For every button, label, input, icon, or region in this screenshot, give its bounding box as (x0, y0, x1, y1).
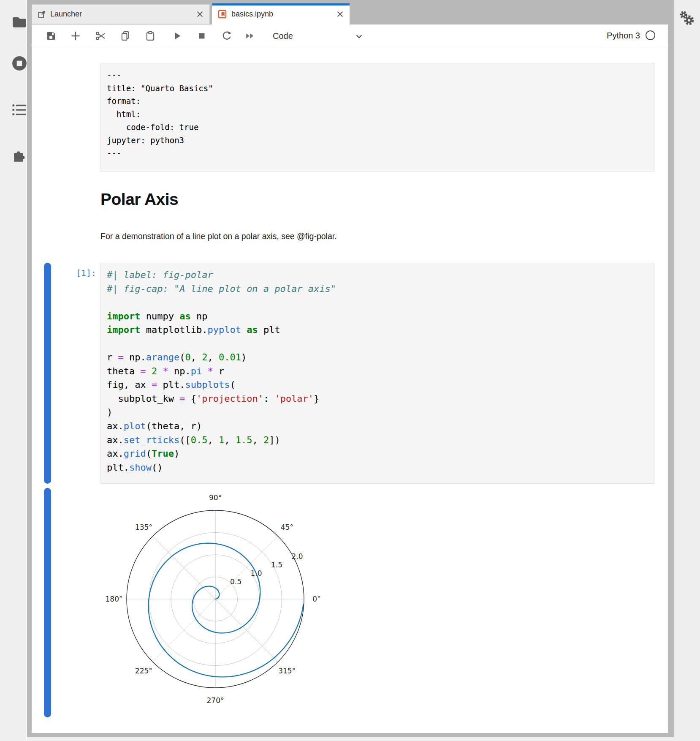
copy-cells-icon[interactable] (119, 30, 131, 42)
svg-text:1.5: 1.5 (271, 561, 282, 569)
notebook-icon (217, 9, 227, 19)
notebook-toolbar: Code Python 3 (32, 25, 668, 47)
markdown-heading: Polar Axis (100, 190, 178, 209)
svg-text:225°: 225° (135, 667, 152, 675)
chevron-down-icon (355, 33, 363, 40)
code-cell[interactable]: #| label: fig-polar#| fig-cap: "A line p… (100, 263, 654, 484)
add-cell-icon[interactable] (70, 30, 81, 42)
celltype-selected-value: Code (273, 31, 293, 41)
kernel-status-icon (646, 30, 655, 40)
run-all-icon[interactable] (244, 30, 256, 42)
save-icon[interactable] (45, 30, 57, 42)
tab-basics-label: basics.ipynb (231, 10, 273, 19)
svg-text:180°: 180° (106, 595, 123, 603)
code-cell-collapser[interactable] (44, 263, 51, 484)
cut-cells-icon[interactable] (95, 30, 106, 42)
raw-yaml-cell[interactable]: ---title: "Quarto Basics"format: html: c… (100, 63, 654, 172)
tab-launcher-close-icon[interactable] (195, 10, 204, 19)
tab-basics-close-icon[interactable] (336, 10, 344, 18)
polar-plot-figure: 0°45°90°135°180°225°270°315°0.51.01.52.0 (97, 489, 334, 717)
running-sessions-icon[interactable] (11, 55, 27, 71)
stop-icon[interactable] (196, 30, 208, 42)
gears-icon[interactable] (677, 9, 696, 29)
raw-yaml-text: ---title: "Quarto Basics"format: html: c… (101, 63, 654, 165)
markdown-paragraph: For a demonstration of a line plot on a … (100, 232, 337, 241)
restart-kernel-icon[interactable] (221, 30, 233, 42)
execution-count-prompt: [1]: (55, 268, 96, 278)
extension-manager-icon[interactable] (11, 147, 27, 163)
external-link-icon (38, 10, 46, 19)
file-browser-icon[interactable] (11, 14, 27, 30)
notebook-content: ---title: "Quarto Basics"format: html: c… (32, 47, 668, 733)
code-editor-text: #| label: fig-polar#| fig-cap: "A line p… (101, 263, 654, 479)
output-cell-collapser[interactable] (44, 488, 51, 717)
svg-text:1.0: 1.0 (250, 569, 262, 578)
main-panel: Launcher basics.ipynb (27, 0, 674, 737)
svg-text:270°: 270° (207, 696, 224, 705)
svg-text:0.5: 0.5 (230, 578, 241, 586)
right-strip (675, 0, 700, 741)
kernel-name[interactable]: Python 3 (607, 31, 640, 41)
svg-text:2.0: 2.0 (291, 552, 303, 561)
activity-bar (0, 0, 27, 741)
table-of-contents-icon[interactable] (11, 102, 27, 118)
svg-text:90°: 90° (209, 493, 222, 502)
tab-basics-ipynb[interactable]: basics.ipynb (212, 3, 350, 25)
svg-text:135°: 135° (135, 523, 152, 531)
tab-launcher-label: Launcher (50, 10, 82, 19)
paste-cells-icon[interactable] (144, 30, 156, 42)
active-tab-accent (212, 3, 350, 5)
celltype-select[interactable]: Code (273, 30, 370, 43)
svg-text:315°: 315° (278, 667, 296, 675)
svg-text:0°: 0° (312, 595, 320, 603)
run-icon[interactable] (171, 30, 183, 42)
tab-bar: Launcher basics.ipynb (27, 0, 674, 25)
tab-launcher[interactable]: Launcher (32, 4, 210, 24)
svg-text:45°: 45° (281, 523, 293, 531)
